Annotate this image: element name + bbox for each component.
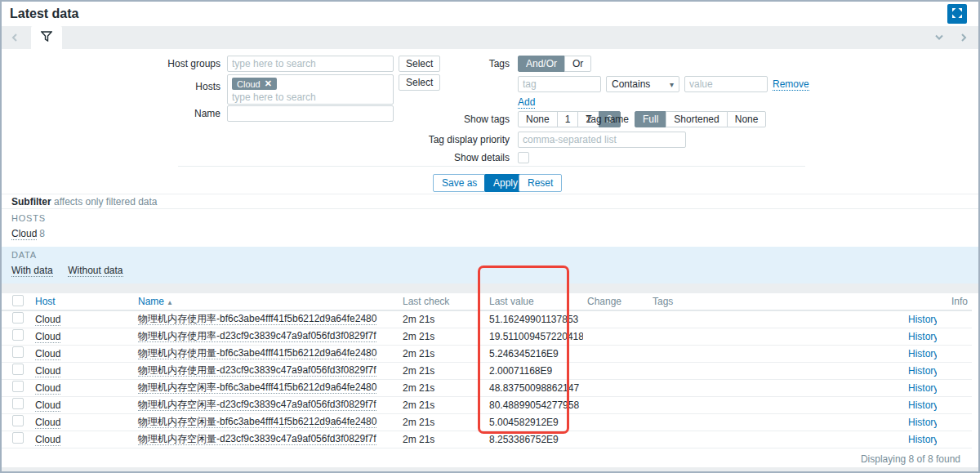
hosts-select-button[interactable]: Select	[399, 74, 440, 91]
item-name-link[interactable]: 物理机内存空闲量-bf6c3abe4fff41f5b6212d9a64fe248…	[138, 416, 376, 428]
item-name-link[interactable]: 物理机内存使用量-d23cf9c3839c47a9af056fd3f0829f7…	[138, 364, 376, 377]
host-link[interactable]: Cloud	[35, 331, 60, 343]
reset-button[interactable]: Reset	[519, 174, 562, 192]
tags-operator-or[interactable]: Or	[564, 56, 591, 72]
item-name-link[interactable]: 物理机内存空闲率-bf6c3abe4fff41f5b6212d9a64fe248…	[138, 382, 376, 394]
tag-name-label: Tag name	[565, 111, 629, 127]
column-name[interactable]: Name▲	[134, 293, 399, 310]
item-name-link[interactable]: 物理机内存使用量-bf6c3abe4fff41f5b6212d9a64fe248…	[138, 347, 376, 359]
host-link[interactable]: Cloud	[35, 348, 60, 360]
name-input[interactable]	[227, 105, 394, 122]
tag-remove-link[interactable]: Remove	[773, 78, 809, 91]
subfilter-subtitle: affects only filtered data	[51, 196, 158, 207]
tag-add-link[interactable]: Add	[518, 96, 535, 109]
subfilter-title: Subfilter	[11, 196, 51, 207]
change-value	[583, 396, 648, 413]
hosts-multiselect[interactable]: Cloud ✕ type here to search	[227, 74, 394, 105]
history-link[interactable]: History	[908, 399, 937, 411]
row-checkbox[interactable]	[12, 312, 24, 324]
show-tags-none[interactable]: None	[518, 111, 558, 127]
table-row: Cloud 物理机内存空闲率-d23cf9c3839c47a9af056fd3f…	[2, 396, 972, 413]
last-value: 51.16249901137853	[485, 310, 583, 328]
change-value	[583, 362, 648, 379]
history-link[interactable]: History	[908, 382, 937, 394]
select-all-checkbox[interactable]	[12, 295, 24, 306]
last-value: 8.253386752E9	[485, 431, 583, 448]
tag-name-none[interactable]: None	[727, 111, 767, 127]
history-link[interactable]: History	[908, 434, 937, 445]
history-link[interactable]: History	[908, 331, 937, 342]
subfilter-data-caption: DATA	[11, 250, 969, 260]
host-groups-input[interactable]	[227, 56, 394, 72]
chevron-down-icon[interactable]	[933, 31, 946, 44]
change-value	[583, 310, 648, 328]
item-name-link[interactable]: 物理机内存空闲率-d23cf9c3839c47a9af056fd3f0829f7…	[138, 399, 376, 411]
table-footer-count: Displaying 8 of 8 found	[2, 448, 978, 465]
item-name-link[interactable]: 物理机内存使用率-d23cf9c3839c47a9af056fd3f0829f7…	[138, 330, 376, 342]
chip-remove-icon[interactable]: ✕	[265, 78, 272, 89]
history-link[interactable]: History	[908, 314, 937, 325]
item-name-link[interactable]: 物理机内存空闲量-d23cf9c3839c47a9af056fd3f0829f7…	[138, 433, 376, 445]
host-groups-label: Host groups	[2, 56, 220, 72]
show-details-checkbox[interactable]	[518, 152, 529, 163]
last-value: 5.004582912E9	[485, 413, 583, 431]
last-check-value: 2m 21s	[399, 413, 485, 431]
subfilter-with-data[interactable]: With data	[11, 265, 53, 277]
column-name-label: Name	[138, 296, 164, 307]
last-value: 5.246345216E9	[485, 345, 583, 362]
tag-display-priority-input[interactable]	[518, 132, 686, 148]
tag-value-input[interactable]	[684, 76, 768, 92]
host-link[interactable]: Cloud	[35, 417, 60, 429]
subfilter-data-block: DATA With data Without data	[2, 247, 978, 283]
last-check-value: 2m 21s	[399, 362, 485, 379]
show-tags-label: Show tags	[387, 111, 510, 127]
subfilter-host-cloud[interactable]: Cloud	[11, 228, 37, 240]
chevron-right-icon[interactable]	[957, 31, 970, 44]
row-checkbox[interactable]	[12, 415, 24, 426]
tag-input[interactable]	[518, 76, 601, 92]
column-history	[904, 293, 937, 310]
row-checkbox[interactable]	[12, 398, 24, 409]
history-link[interactable]: History	[908, 417, 937, 428]
info-cell	[937, 379, 972, 396]
host-link[interactable]: Cloud	[35, 314, 60, 326]
tags-operator-andor[interactable]: And/Or	[518, 56, 565, 72]
host-link[interactable]: Cloud	[35, 382, 60, 395]
row-checkbox[interactable]	[12, 364, 24, 375]
tag-operator-select[interactable]: Contains ▾	[606, 76, 679, 92]
save-as-button[interactable]: Save as	[433, 174, 486, 192]
row-checkbox[interactable]	[12, 346, 24, 358]
row-checkbox[interactable]	[12, 432, 24, 444]
column-tags: Tags	[648, 293, 904, 310]
host-link[interactable]: Cloud	[35, 365, 60, 377]
last-check-value: 2m 21s	[399, 431, 485, 448]
filter-tab[interactable]	[31, 26, 62, 49]
name-label: Name	[2, 105, 220, 122]
last-value: 80.48899054277958	[485, 396, 583, 413]
host-link[interactable]: Cloud	[35, 434, 60, 446]
subfilter-hosts-caption: HOSTS	[11, 213, 969, 223]
row-checkbox[interactable]	[12, 329, 24, 341]
kiosk-mode-button[interactable]	[947, 4, 967, 24]
host-link[interactable]: Cloud	[35, 399, 60, 412]
latest-data-page: Latest data	[0, 0, 980, 473]
history-link[interactable]: History	[908, 365, 937, 377]
show-details-label: Show details	[387, 149, 510, 166]
last-check-value: 2m 21s	[399, 328, 485, 345]
item-name-link[interactable]: 物理机内存使用率-bf6c3abe4fff41f5b6212d9a64fe248…	[138, 313, 376, 325]
column-host[interactable]: Host	[31, 293, 134, 310]
tag-name-full[interactable]: Full	[635, 111, 666, 127]
tags-label: Tags	[387, 56, 510, 72]
hosts-search-placeholder[interactable]: type here to search	[232, 91, 389, 103]
info-cell	[937, 362, 972, 379]
row-checkbox[interactable]	[12, 381, 24, 392]
chevron-left-icon[interactable]	[8, 31, 21, 44]
section-gap	[2, 283, 978, 293]
host-chip-label: Cloud	[237, 79, 261, 89]
tag-name-shortened[interactable]: Shortened	[666, 111, 727, 127]
latest-data-table-card: Host Name▲ Last check Last value Change …	[2, 293, 978, 467]
history-link[interactable]: History	[908, 348, 937, 359]
fullscreen-arrows-icon	[951, 7, 963, 21]
sort-asc-icon: ▲	[167, 299, 173, 306]
subfilter-without-data[interactable]: Without data	[68, 265, 122, 277]
